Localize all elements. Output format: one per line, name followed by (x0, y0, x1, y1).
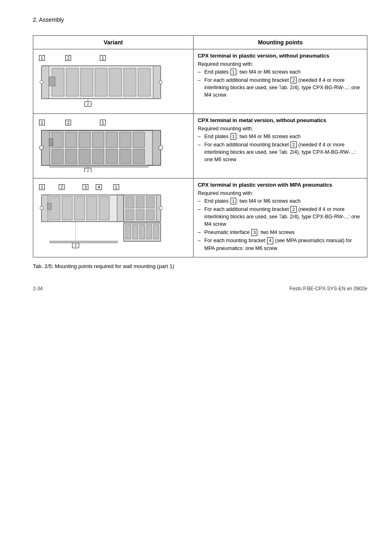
svg-rect-12 (49, 77, 55, 86)
d3-label3: 3 (83, 184, 88, 190)
cpx-plastic-mpa-svg: 2 (37, 192, 165, 251)
footer: 2-34 Festo P.BE-CPX-SYS-EN en 0902e (33, 286, 367, 292)
section-title-3: CPX terminal in plastic version with MPA… (198, 182, 363, 188)
label1b: 1 (100, 55, 106, 61)
svg-text:2: 2 (74, 243, 76, 248)
variant-cell-3: 1 2 3 4 1 (33, 178, 194, 257)
svg-rect-53 (126, 210, 134, 220)
label1a: 1 (39, 55, 45, 61)
diagram1-top-labels: 1 2 1 (37, 55, 189, 61)
svg-point-33 (39, 146, 44, 150)
svg-text:2: 2 (87, 102, 89, 106)
col-variant-header: Variant (33, 36, 194, 49)
d2-label1a: 1 (39, 120, 45, 125)
section-body-2: Required mounting with: End plates 1: tw… (198, 125, 363, 163)
svg-point-48 (40, 206, 43, 210)
d3-label1b: 1 (113, 184, 119, 190)
svg-rect-8 (124, 68, 136, 96)
d3-label4: 4 (96, 184, 101, 190)
svg-rect-60 (126, 225, 131, 239)
svg-point-10 (40, 81, 43, 84)
variant-cell-1: 1 2 1 (33, 49, 194, 114)
svg-rect-20 (65, 132, 77, 148)
variant-cell-2: 1 2 1 (33, 114, 194, 178)
svg-rect-21 (79, 132, 90, 148)
svg-rect-7 (109, 68, 122, 96)
section-body-3: Required mounting with: End plates 1: tw… (198, 190, 363, 252)
section-body-1: Required mounting with: End plates 1: tw… (198, 60, 363, 99)
diagram2-top-labels: 1 2 1 (37, 120, 189, 125)
bullet-1-2: For each additional mounting bracket 2 (… (198, 76, 363, 99)
svg-rect-25 (133, 132, 145, 148)
mounting-cell-3: CPX terminal in plastic version with MPA… (194, 178, 367, 257)
section-title-2: CPX terminal in metal version, without p… (198, 117, 363, 123)
svg-rect-41 (117, 195, 124, 222)
svg-rect-30 (106, 149, 118, 164)
svg-rect-5 (81, 68, 93, 96)
svg-rect-55 (146, 210, 154, 220)
page-number: 2-34 (33, 286, 43, 292)
svg-text:2: 2 (87, 169, 89, 172)
svg-point-57 (159, 206, 162, 210)
bullets-3: End plates 1: two M4 or M6 screws each F… (198, 197, 363, 252)
svg-rect-31 (120, 149, 131, 164)
col-mounting-header: Mounting points (194, 36, 367, 49)
bullet-2-1: End plates 1: two M4 or M6 screws each (198, 133, 363, 140)
svg-rect-52 (146, 197, 154, 208)
bullets-2: End plates 1: two M4 or M6 screws each F… (198, 133, 363, 164)
svg-rect-9 (138, 68, 150, 96)
main-table: Variant Mounting points 1 2 1 (33, 35, 367, 257)
page-heading: 2. Assembly (33, 16, 367, 23)
diagram-1: 1 2 1 (37, 53, 189, 110)
svg-rect-61 (133, 225, 138, 239)
cpx-plastic-no-pneumatics-svg: 2 (37, 62, 165, 108)
svg-rect-44 (74, 197, 85, 220)
svg-rect-6 (95, 68, 107, 96)
table-row: 1 2 3 4 1 (33, 178, 367, 257)
bullets-1: End plates 1: two M4 or M6 screws each F… (198, 68, 363, 99)
svg-rect-62 (140, 225, 145, 239)
svg-rect-45 (87, 197, 97, 220)
section-title-1: CPX terminal in plastic version, without… (198, 53, 363, 59)
svg-rect-35 (49, 139, 53, 146)
svg-rect-23 (106, 132, 118, 148)
bullet-2-2: For each additional mounting bracket 2 (… (198, 141, 363, 163)
svg-rect-68 (50, 241, 118, 243)
bullet-1-1: End plates 1: two M4 or M6 screws each (198, 68, 363, 76)
diagram-2: 1 2 1 (37, 117, 189, 175)
cpx-metal-no-pneumatics-svg: 2 (37, 127, 165, 172)
svg-point-34 (159, 146, 163, 150)
svg-rect-46 (99, 197, 109, 220)
table-row: 1 2 1 (33, 49, 367, 114)
product-info: Festo P.BE-CPX-SYS-EN en 0902e (289, 286, 367, 292)
svg-rect-36 (50, 165, 148, 167)
d2-label2: 2 (65, 120, 71, 125)
svg-rect-24 (120, 132, 131, 148)
svg-rect-28 (79, 149, 90, 164)
bullet-3-2: For each additional mounting bracket 2 (… (198, 206, 363, 228)
d2-label1b: 1 (100, 120, 106, 125)
d3-label2: 2 (59, 184, 65, 190)
mounting-cell-2: CPX terminal in metal version, without p… (194, 114, 367, 178)
svg-rect-19 (52, 132, 63, 148)
required-text-2: Required mounting with: (198, 125, 363, 133)
diagram-3: 1 2 3 4 1 (37, 182, 189, 254)
bullet-3-3: Pneumatic interface 3: two M4 screws (198, 229, 363, 236)
svg-rect-29 (92, 149, 104, 164)
svg-rect-47 (47, 203, 51, 210)
mounting-cell-1: CPX terminal in plastic version, without… (194, 49, 367, 114)
svg-rect-27 (65, 149, 77, 164)
svg-rect-50 (126, 197, 134, 208)
bullet-3-4: For each mounting bracket 4 (see MPA pne… (198, 237, 363, 252)
svg-rect-54 (136, 210, 144, 220)
svg-rect-51 (136, 197, 144, 208)
svg-rect-32 (133, 149, 145, 164)
svg-rect-64 (154, 225, 159, 239)
svg-rect-22 (92, 132, 104, 148)
label2a: 2 (65, 55, 71, 61)
svg-rect-26 (52, 149, 63, 164)
svg-point-11 (159, 81, 162, 84)
required-text-1: Required mounting with: (198, 60, 363, 68)
d3-label1a: 1 (39, 184, 45, 190)
diagram3-top-labels: 1 2 3 4 1 (37, 184, 189, 190)
